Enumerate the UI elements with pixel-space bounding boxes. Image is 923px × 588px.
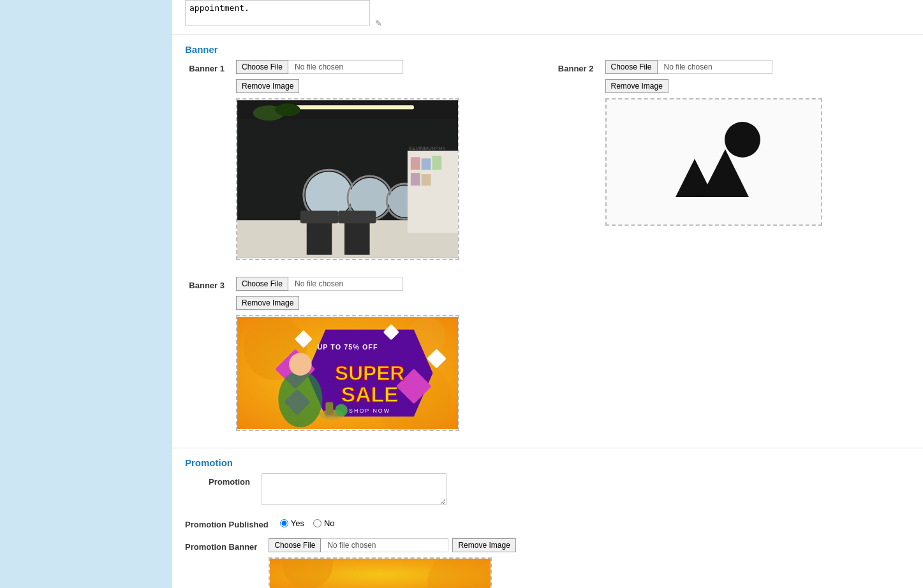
- promo-banner-choose-file-button[interactable]: Choose File: [269, 538, 321, 552]
- banner1-no-file-label: No file chosen: [288, 60, 403, 74]
- banner1-field: Choose File No file chosen Remove Image: [236, 60, 542, 260]
- banner3-row: Banner 3 Choose File No file chosen Remo…: [185, 277, 910, 431]
- svg-point-23: [275, 103, 300, 116]
- banner2-row: Banner 2 Choose File No file chosen Remo…: [554, 60, 911, 226]
- svg-point-49: [428, 557, 491, 588]
- banner2-label: Banner 2: [554, 60, 605, 73]
- banner3-remove-button[interactable]: Remove Image: [236, 296, 299, 310]
- banner3-file-group: Choose File No file chosen: [236, 277, 910, 291]
- promotion-section: Promotion Promotion Published Yes: [172, 473, 923, 588]
- banner2-field: Choose File No file chosen Remove Image: [605, 60, 911, 226]
- banner3-no-file-label: No file chosen: [288, 277, 403, 291]
- radio-no[interactable]: [313, 519, 321, 527]
- svg-text:UP TO 75% OFF: UP TO 75% OFF: [317, 343, 378, 351]
- banner1-row: Banner 1 Choose File No file chosen Remo…: [185, 60, 542, 260]
- promotion-section-header: Promotion: [172, 448, 923, 473]
- radio-no-label[interactable]: No: [313, 518, 335, 528]
- promo-banner-label: Promotion Banner: [185, 538, 269, 552]
- edit-icon[interactable]: ✎: [375, 18, 382, 28]
- radio-no-text: No: [324, 518, 335, 528]
- promo-banner-preview-box: [269, 557, 492, 588]
- banner2-col: Banner 2 Choose File No file chosen Remo…: [542, 60, 911, 264]
- svg-rect-18: [432, 156, 441, 170]
- promo-preview-svg: [270, 557, 491, 588]
- promotion-textarea[interactable]: [262, 473, 447, 505]
- banner3-section: Banner 3 Choose File No file chosen Remo…: [172, 277, 923, 448]
- svg-point-43: [289, 353, 312, 376]
- banner-two-col: Banner 1 Choose File No file chosen Remo…: [172, 60, 923, 277]
- svg-text:SUPER: SUPER: [335, 362, 404, 385]
- banner3-field: Choose File No file chosen Remove Image: [236, 277, 910, 431]
- banner-title: Banner: [185, 44, 218, 55]
- promotion-published-field: Yes No: [280, 516, 910, 528]
- radio-group: Yes No: [280, 516, 910, 528]
- svg-rect-19: [411, 173, 420, 186]
- banner1-file-group: Choose File No file chosen: [236, 60, 542, 74]
- svg-rect-45: [325, 402, 333, 415]
- svg-point-24: [725, 122, 760, 158]
- banner1-remove-button[interactable]: Remove Image: [236, 79, 299, 93]
- banner3-label: Banner 3: [185, 277, 236, 290]
- banner2-preview-box: [605, 98, 822, 226]
- banner3-preview-box: UP TO 75% OFF SUPER SALE SHOP NOW: [236, 315, 459, 431]
- svg-text:SHOP NOW: SHOP NOW: [349, 408, 390, 414]
- banner3-choose-file-button[interactable]: Choose File: [236, 277, 288, 291]
- banner-section-header: Banner: [172, 35, 923, 60]
- banner2-placeholder-svg: [650, 114, 778, 210]
- banner1-choose-file-button[interactable]: Choose File: [236, 60, 288, 74]
- promo-banner-row: Promotion Banner Choose File No file cho…: [185, 538, 910, 588]
- svg-text:SALE: SALE: [341, 383, 399, 407]
- banner1-preview-box: KEVINMURPHY: [236, 98, 459, 260]
- appointment-textarea[interactable]: appointment.: [185, 0, 370, 26]
- svg-rect-17: [422, 158, 431, 170]
- sidebar: [0, 0, 172, 588]
- promo-banner-remove-button[interactable]: Remove Image: [452, 538, 515, 552]
- banner1-image-svg: KEVINMURPHY: [237, 99, 458, 259]
- banner2-file-group: Choose File No file chosen: [605, 60, 911, 74]
- radio-yes-label[interactable]: Yes: [280, 518, 304, 528]
- svg-point-46: [335, 404, 348, 417]
- radio-yes[interactable]: [280, 519, 288, 527]
- promotion-published-label: Promotion Published: [185, 516, 280, 529]
- banner2-remove-button[interactable]: Remove Image: [605, 79, 668, 93]
- top-textarea-row: appointment. ✎: [172, 0, 923, 35]
- promo-banner-no-file-label: No file chosen: [321, 538, 448, 552]
- promotion-published-row: Promotion Published Yes No: [185, 516, 910, 529]
- banner1-label: Banner 1: [185, 60, 236, 73]
- svg-rect-20: [422, 174, 431, 186]
- banner1-col: Banner 1 Choose File No file chosen Remo…: [185, 60, 542, 264]
- promotion-label: Promotion: [185, 473, 262, 487]
- svg-rect-3: [288, 105, 414, 109]
- svg-point-42: [278, 371, 322, 427]
- svg-text:KEVINMURPHY: KEVINMURPHY: [409, 145, 447, 151]
- main-content[interactable]: appointment. ✎ Banner Banner 1 Choose Fi…: [172, 0, 923, 588]
- promotion-row: Promotion: [185, 473, 910, 507]
- radio-yes-text: Yes: [291, 518, 304, 528]
- promo-banner-field: Choose File No file chosen Remove Image: [269, 538, 910, 588]
- svg-rect-16: [411, 157, 420, 170]
- promo-banner-file-row: Choose File No file chosen Remove Image: [269, 538, 910, 552]
- svg-rect-12: [300, 210, 338, 223]
- banner3-image-svg: UP TO 75% OFF SUPER SALE SHOP NOW: [237, 316, 458, 430]
- banner2-choose-file-button[interactable]: Choose File: [605, 60, 658, 74]
- svg-rect-14: [338, 210, 376, 223]
- banner2-no-file-label: No file chosen: [658, 60, 772, 74]
- promotion-field: [262, 473, 910, 507]
- promotion-title: Promotion: [185, 457, 233, 468]
